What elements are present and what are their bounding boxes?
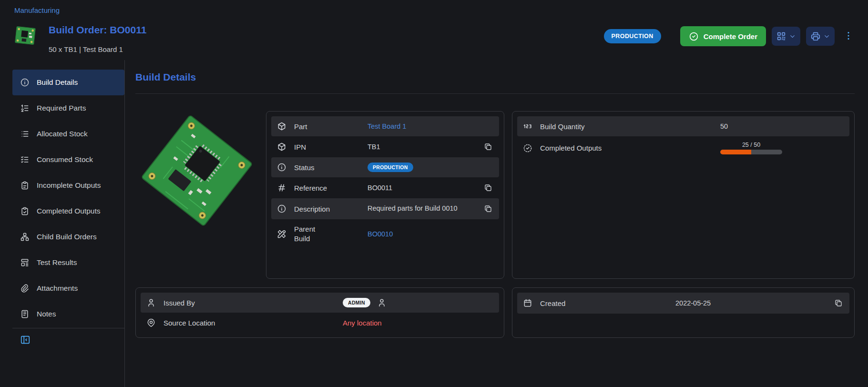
sidebar-item-incomplete-outputs[interactable]: Incomplete Outputs — [12, 173, 124, 198]
row-parent-build: Parent Build BO0010 — [271, 219, 499, 248]
build-quantity-label: Build Quantity — [540, 122, 713, 131]
info-circle-icon — [20, 78, 30, 87]
ipn-value: TB1 — [368, 143, 380, 151]
sidebar-item-label: Build Details — [37, 78, 78, 87]
part-thumbnail[interactable] — [12, 22, 38, 48]
barcode-actions-button[interactable] — [772, 27, 800, 46]
part-label: Part — [294, 122, 360, 131]
created-value: 2022-05-25 — [675, 299, 711, 307]
reference-value: BO0011 — [368, 184, 392, 192]
qrcode-icon — [776, 31, 786, 41]
completed-outputs-progress: 25 / 50 — [720, 142, 782, 154]
details-grid: Part Test Board 1 IPN TB1 Status PRODUCT… — [135, 111, 855, 279]
sidebar-item-allocated-stock[interactable]: Allocated Stock — [12, 121, 124, 147]
header-left: Build Order: BO0011 50 x TB1 | Test Boar… — [12, 22, 146, 53]
progress-track — [720, 150, 782, 154]
user-icon — [377, 298, 387, 307]
details-panel: Part Test Board 1 IPN TB1 Status PRODUCT… — [266, 111, 504, 279]
page-title: Build Order: BO0011 — [49, 24, 146, 36]
print-actions-button[interactable] — [806, 27, 835, 46]
pcb-image — [137, 111, 256, 230]
sidebar-item-label: Child Build Orders — [37, 233, 97, 241]
row-part: Part Test Board 1 — [271, 116, 499, 136]
sidebar-item-label: Attachments — [37, 284, 78, 293]
circle-check-icon — [689, 31, 699, 41]
status-value-badge: PRODUCTION — [368, 163, 413, 172]
parent-build-label: Parent Build — [294, 224, 360, 243]
tools-icon — [277, 229, 286, 239]
sidebar-item-notes[interactable]: Notes — [12, 301, 124, 327]
list-icon — [20, 129, 30, 139]
row-reference: Reference BO0011 — [271, 177, 499, 198]
row-status: Status PRODUCTION — [271, 157, 499, 177]
package-icon — [277, 142, 286, 152]
sidebar-item-required-parts[interactable]: Required Parts — [12, 95, 124, 121]
map-pin-icon — [146, 318, 156, 327]
sidebar-item-label: Allocated Stock — [37, 130, 88, 138]
sitemap-icon — [20, 232, 30, 242]
breadcrumb-manufacturing-link[interactable]: Manufacturing — [14, 6, 60, 14]
part-image — [135, 111, 258, 279]
copy-icon — [484, 183, 492, 192]
user-icon — [146, 298, 156, 307]
sidebar-item-child-build-orders[interactable]: Child Build Orders — [12, 224, 124, 250]
paperclip-icon — [20, 284, 30, 293]
pcb-thumbnail-image — [13, 23, 37, 47]
sidebar-item-consumed-stock[interactable]: Consumed Stock — [12, 147, 124, 173]
row-description: Description Required parts for Build 001… — [271, 198, 499, 219]
page-subtitle: 50 x TB1 | Test Board 1 — [49, 45, 146, 53]
complete-order-label: Complete Order — [704, 32, 757, 41]
copy-description-button[interactable] — [483, 204, 493, 214]
sidebar-collapse-button[interactable] — [20, 335, 31, 346]
breadcrumb: Manufacturing — [0, 0, 868, 17]
complete-order-button[interactable]: Complete Order — [680, 26, 766, 46]
row-build-quantity: Build Quantity 50 — [517, 116, 849, 136]
list-check-icon — [20, 155, 30, 164]
sidebar-item-label: Completed Outputs — [37, 207, 101, 215]
issued-panel: Issued By ADMIN Source Location Any loca… — [135, 287, 504, 338]
sidebar-item-build-details[interactable]: Build Details — [12, 70, 124, 95]
status-badge: PRODUCTION — [604, 29, 661, 43]
progress-check-icon — [523, 143, 532, 153]
body: Build Details Required Parts Allocated S… — [0, 60, 868, 387]
sidebar-item-attachments[interactable]: Attachments — [12, 275, 124, 301]
reference-label: Reference — [294, 184, 360, 192]
admin-badge: ADMIN — [343, 298, 370, 307]
copy-ipn-button[interactable] — [483, 142, 493, 152]
description-label: Description — [294, 205, 360, 213]
numbers-123-icon — [523, 122, 532, 131]
info-circle-icon — [277, 204, 286, 214]
printer-icon — [810, 31, 821, 41]
calendar-icon — [523, 298, 532, 308]
part-link[interactable]: Test Board 1 — [368, 122, 406, 130]
sidebar-item-test-results[interactable]: Test Results — [12, 250, 124, 275]
heading-divider — [135, 93, 855, 94]
sidebar-item-completed-outputs[interactable]: Completed Outputs — [12, 198, 124, 224]
parent-build-link[interactable]: BO0010 — [368, 230, 393, 238]
main-content: Build Details — [125, 60, 868, 387]
header-titles: Build Order: BO0011 50 x TB1 | Test Boar… — [49, 22, 146, 53]
ipn-label: IPN — [294, 143, 360, 151]
list-numbers-icon — [20, 103, 30, 113]
clipboard-check-icon — [20, 206, 30, 216]
copy-icon — [484, 143, 492, 151]
progress-text: 25 / 50 — [742, 142, 760, 148]
copy-reference-button[interactable] — [483, 183, 493, 193]
status-label: Status — [294, 163, 360, 172]
report-icon — [20, 258, 30, 267]
created-label: Created — [540, 299, 668, 307]
source-location-value: Any location — [343, 319, 382, 327]
issued-by-label: Issued By — [163, 299, 335, 307]
sidebar-footer — [12, 328, 124, 347]
clipboard-icon — [20, 181, 30, 190]
header-actions: PRODUCTION Complete Order — [604, 26, 855, 46]
more-actions-button[interactable] — [842, 29, 855, 44]
quantity-panel: Build Quantity 50 Completed Outputs 25 /… — [512, 111, 855, 279]
issued-by-value: ADMIN — [343, 298, 387, 307]
copy-created-button[interactable] — [833, 298, 844, 308]
description-value: Required parts for Build 0010 — [368, 204, 458, 214]
source-location-label: Source Location — [163, 319, 335, 327]
sidebar-item-label: Consumed Stock — [37, 155, 93, 164]
page-header: Build Order: BO0011 50 x TB1 | Test Boar… — [0, 17, 868, 60]
section-heading: Build Details — [135, 71, 855, 83]
